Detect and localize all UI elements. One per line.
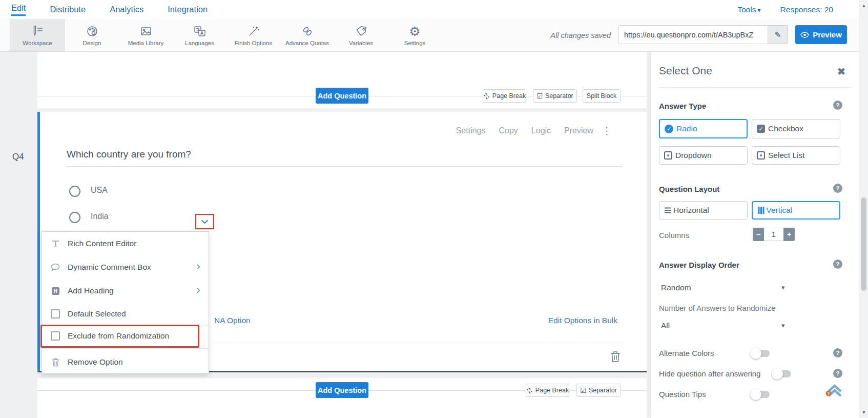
toolbar-item-variables[interactable]: Variables (334, 19, 388, 51)
question-preview-link[interactable]: Preview (564, 126, 593, 135)
design-palette-icon (86, 24, 99, 38)
separator-button-top[interactable]: ☑ Separator (533, 89, 577, 103)
toolbar-item-advance-quotas[interactable]: Advance Quotas (280, 19, 334, 51)
add-question-button-bottom[interactable]: Add Question (316, 382, 368, 398)
question-layout-label: Question Layout (659, 185, 719, 193)
radio-option-india[interactable] (69, 212, 80, 223)
edit-options-in-bulk-link[interactable]: Edit Options in Bulk (548, 316, 617, 325)
page-break-button-top[interactable]: Page Break (483, 89, 526, 103)
dropdown-caret-icon: ▼ (757, 151, 765, 160)
question-text-underline (67, 166, 623, 167)
split-block-button[interactable]: Split Block (583, 89, 621, 103)
columns-value[interactable]: 1 (764, 228, 783, 241)
toolbar-item-settings[interactable]: ⚙ Settings (388, 19, 442, 51)
answer-type-radio[interactable]: ✓ Radio (659, 119, 748, 138)
toolbar-item-design[interactable]: Design (65, 19, 119, 51)
randomize-count-select[interactable]: All (661, 321, 670, 330)
scrollbar-up-icon[interactable]: ▲ (859, 3, 868, 8)
option-label-india[interactable]: India (91, 212, 109, 221)
text-format-icon (51, 240, 60, 248)
close-icon[interactable]: ✖ (837, 66, 845, 77)
separator-label: Separator (545, 92, 573, 99)
help-icon[interactable]: ? (833, 101, 842, 110)
answer-type-checkbox[interactable]: ✓ Checkbox (752, 119, 840, 138)
layout-vertical-button[interactable]: Vertical (752, 201, 840, 220)
menu-item-remove-option[interactable]: Remove Option (42, 351, 209, 373)
menu-item-label: Remove Option (68, 357, 123, 367)
columns-decrease-button[interactable]: − (753, 228, 764, 241)
scrollbar-down-icon[interactable]: ▼ (859, 410, 868, 415)
edit-url-button[interactable]: ✎ (768, 26, 788, 44)
menu-item-default-selected[interactable]: Default Selected (42, 303, 209, 325)
randomize-count-label: Number of Answers to Randomize (659, 304, 776, 312)
help-icon[interactable]: ? (833, 369, 842, 378)
separator-button-bottom[interactable]: ☑ Separator (576, 384, 621, 397)
add-question-button-top[interactable]: Add Question (316, 88, 368, 104)
question-settings-panel: Select One ✖ Answer Type ? ✓ Radio ✓ Che… (651, 51, 859, 418)
submenu-arrow-icon: › (196, 259, 200, 273)
toolbar-item-languages[interactable]: Languages (173, 19, 226, 51)
responses-count[interactable]: Responses: 20 (780, 5, 833, 14)
toolbar-item-label: Workspace (23, 40, 52, 46)
menu-item-dynamic-comment-box[interactable]: Dynamic Comment Box › (42, 256, 209, 278)
display-order-select[interactable]: Random (661, 283, 691, 292)
answer-type-dropdown[interactable]: ▼ Dropdown (659, 146, 748, 165)
nav-tab-integration[interactable]: Integration (168, 5, 208, 14)
answer-type-select-list[interactable]: ▼ Select List (752, 146, 840, 165)
option-label-usa[interactable]: USA (91, 186, 108, 195)
nav-tab-edit[interactable]: Edit (11, 3, 26, 16)
alternate-colors-toggle[interactable] (751, 350, 770, 357)
question-logic-link[interactable]: Logic (531, 126, 551, 135)
pencil-icon: ✎ (775, 30, 781, 39)
menu-item-label: Rich Content Editor (68, 239, 136, 248)
option-menu-chevron-button[interactable] (195, 214, 214, 229)
help-icon[interactable]: ? (833, 260, 842, 269)
menu-item-rich-content-editor[interactable]: Rich Content Editor (42, 232, 209, 255)
caret-down-icon[interactable]: ▾ (781, 322, 785, 329)
layout-option-label: Vertical (767, 206, 793, 215)
layout-horizontal-button[interactable]: Horizontal (659, 201, 748, 220)
menu-item-add-heading[interactable]: H Add Heading › (42, 280, 209, 302)
question-tips-toggle[interactable] (751, 391, 770, 398)
nav-tab-analytics[interactable]: Analytics (110, 5, 143, 14)
toolbar-item-label: Settings (404, 40, 426, 46)
toolbar-item-finish-options[interactable]: Finish Options (226, 19, 280, 51)
hide-question-toggle[interactable] (773, 370, 791, 377)
delete-question-icon[interactable] (610, 351, 621, 363)
alternate-colors-label: Alternate Colors (659, 349, 714, 357)
toolbar-items: Workspace Design Media Library Languages (10, 19, 442, 51)
separator-icon: ☑ (536, 93, 543, 99)
columns-increase-button[interactable]: + (783, 228, 795, 241)
tools-menu[interactable]: Tools▾ (737, 5, 760, 14)
separator-icon: ☑ (580, 387, 586, 394)
toolbar-item-media-library[interactable]: Media Library (119, 19, 173, 51)
checkbox-check-icon: ✓ (757, 125, 765, 133)
page-break-button-bottom[interactable]: Page Break (526, 384, 569, 397)
scrollbar-thumb[interactable] (861, 197, 866, 291)
question-copy-link[interactable]: Copy (499, 126, 518, 135)
help-icon[interactable]: ? (833, 348, 842, 357)
question-settings-link[interactable]: Settings (456, 126, 486, 135)
scroll-to-top-icon[interactable]: ? (824, 384, 845, 398)
radio-option-usa[interactable] (69, 186, 80, 197)
questionpro-survey-editor: Edit Distribute Analytics Integration To… (0, 0, 868, 418)
answer-display-order-label: Answer Display Order (659, 261, 739, 269)
page-scrollbar[interactable]: ▲ ▼ (859, 0, 868, 418)
gear-icon: ⚙ (409, 24, 420, 38)
na-option-link[interactable]: NA Option (214, 316, 251, 325)
survey-url-field[interactable]: https://eu.questionpro.com/t/AB3upBxZ ✎ (618, 25, 788, 44)
help-icon[interactable]: ? (833, 184, 842, 193)
checkbox-unchecked-icon[interactable] (51, 309, 60, 319)
question-actions: Settings Copy Logic Preview (456, 126, 593, 135)
toolbar-item-workspace[interactable]: Workspace (10, 19, 65, 51)
caret-down-icon[interactable]: ▾ (781, 284, 785, 291)
preview-label: Preview (813, 30, 842, 39)
page-break-icon (526, 387, 533, 394)
menu-divider (42, 348, 209, 349)
question-more-menu-icon[interactable]: ⋮ (602, 125, 612, 137)
question-text[interactable]: Which country are you from? (67, 149, 191, 160)
answer-type-label: Answer Type (659, 102, 706, 110)
nav-tab-distribute[interactable]: Distribute (50, 5, 86, 14)
toolbar-item-label: Media Library (128, 40, 164, 46)
preview-button[interactable]: Preview (795, 25, 847, 44)
